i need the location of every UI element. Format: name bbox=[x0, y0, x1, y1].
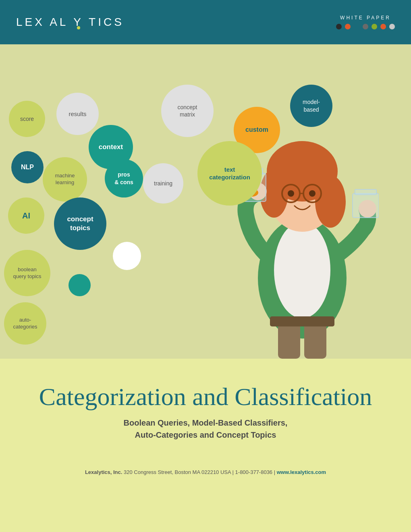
subtitle: Boolean Queries, Model-Based Classifiers… bbox=[24, 417, 387, 441]
bubble-13: boolean query topics bbox=[4, 250, 50, 296]
bubble-3: concept matrix bbox=[161, 85, 214, 137]
svg-point-11 bbox=[309, 190, 316, 197]
footer-company: Lexalytics, Inc. bbox=[85, 469, 122, 475]
bubble-5: model- based bbox=[290, 85, 332, 127]
svg-rect-15 bbox=[304, 322, 326, 359]
bubble-14 bbox=[113, 242, 141, 270]
header: LEX AL Y TICS WHITE PAPER bbox=[0, 0, 411, 44]
bubble-12: concept topics bbox=[54, 197, 106, 250]
main-title: Categorization and Classification bbox=[24, 383, 387, 410]
content-area: Categorization and Classification Boolea… bbox=[0, 359, 411, 457]
logo-text: LEX AL Y TICS bbox=[16, 16, 124, 29]
svg-rect-22 bbox=[353, 193, 379, 218]
dot-4 bbox=[363, 24, 368, 29]
bubble-9: training bbox=[143, 163, 183, 204]
dot-5 bbox=[372, 24, 377, 29]
bubble-10: text categorization bbox=[197, 141, 262, 206]
dot-3 bbox=[354, 24, 359, 29]
logo-y-letter: Y bbox=[73, 16, 83, 29]
svg-point-6 bbox=[315, 175, 346, 228]
dot-6 bbox=[380, 24, 386, 29]
svg-rect-16 bbox=[270, 316, 334, 326]
logo-area: LEX AL Y TICS bbox=[16, 16, 124, 29]
white-paper-section: WHITE PAPER bbox=[336, 15, 395, 29]
footer-website[interactable]: www.lexalytics.com bbox=[277, 469, 326, 475]
bubble-16: auto- categories bbox=[4, 302, 46, 345]
footer-address: 320 Congress Street, Boston MA 022210 US… bbox=[124, 469, 275, 475]
dot-7 bbox=[389, 24, 395, 29]
bubble-15 bbox=[68, 274, 91, 296]
svg-rect-23 bbox=[355, 189, 376, 195]
dot-2 bbox=[345, 24, 351, 29]
bubble-1: results bbox=[56, 93, 99, 135]
svg-rect-14 bbox=[278, 322, 300, 359]
svg-point-10 bbox=[288, 190, 294, 197]
footer: Lexalytics, Inc. 320 Congress Street, Bo… bbox=[0, 457, 411, 487]
dot-1 bbox=[336, 24, 342, 29]
bubble-11: AI bbox=[8, 197, 44, 234]
white-paper-label: WHITE PAPER bbox=[340, 15, 391, 21]
subtitle-line2: Auto-Categories and Concept Topics bbox=[135, 430, 276, 439]
illustration-area: scoreresultscontextconcept matrixcustomm… bbox=[0, 44, 411, 359]
dots-row bbox=[336, 24, 395, 29]
bubble-7: machine learning bbox=[43, 157, 87, 202]
logo-dot bbox=[77, 26, 80, 29]
bubble-8: pros & cons bbox=[105, 159, 143, 197]
subtitle-line1: Boolean Queries, Model-Based Classifiers… bbox=[124, 418, 288, 427]
bubble-0: score bbox=[9, 101, 45, 137]
svg-point-1 bbox=[274, 222, 330, 318]
bubble-6: NLP bbox=[11, 151, 44, 183]
